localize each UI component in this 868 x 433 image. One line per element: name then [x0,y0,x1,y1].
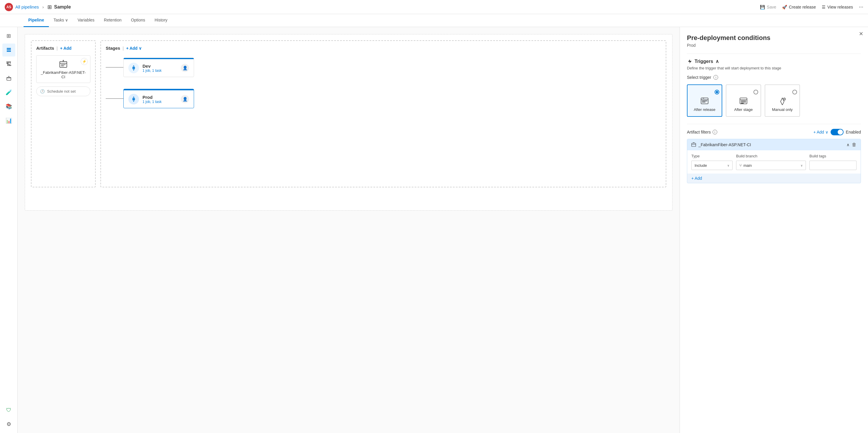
artifact-lightning-icon[interactable]: ⚡ [81,58,88,65]
stages-section: Stages | + Add ∨ [100,40,666,188]
filter-card-chevron-icon[interactable]: ∧ [846,142,849,147]
save-icon: 💾 [760,5,765,9]
tab-tasks[interactable]: Tasks ∨ [49,14,73,27]
select-trigger-row: Select trigger i [687,75,861,80]
artifact-filters-row: Artifact filters i + Add ∨ Enabled [687,129,861,135]
breadcrumb-chevron: › [42,5,44,9]
divider-1 [687,54,861,54]
sidebar-item-deployments[interactable]: 🏗 [2,58,15,71]
sidebar-item-pipelines[interactable] [2,43,15,57]
triggers-chevron-icon[interactable]: ∧ [715,59,719,64]
add-chevron-icon: ∨ [825,130,828,134]
branch-chevron-icon: ∨ [801,164,803,167]
triggers-header: Triggers ∧ [687,59,861,64]
trigger-after-stage-radio[interactable] [753,90,758,94]
type-select-box[interactable]: Include ∨ [691,161,733,170]
svg-rect-10 [702,101,707,101]
sections-row: Artifacts | + Add ⚡ _Fabrikam [31,40,666,188]
branch-icon: ⑂ [739,163,742,168]
svg-rect-0 [7,48,11,49]
stages-add-button[interactable]: + Add ∨ [126,46,142,51]
trigger-manual-only-radio[interactable] [792,90,797,94]
prod-stage-approver[interactable]: 👤 [181,95,189,103]
sidebar-item-wiki[interactable]: 📚 [2,100,15,113]
trigger-manual-only[interactable]: Manual only [765,85,800,117]
tab-variables[interactable]: Variables [73,14,99,27]
svg-rect-2 [7,51,11,52]
tab-pipeline[interactable]: Pipeline [24,14,49,27]
trigger-after-stage[interactable]: After stage [726,85,761,117]
select-trigger-info-icon[interactable]: i [713,75,718,80]
sidebar-item-security[interactable]: 🛡 [2,404,15,417]
tab-history[interactable]: History [150,14,172,27]
dev-stage-body: Dev 1 job, 1 task 👤 [124,59,194,77]
artifact-filters-info-icon[interactable]: i [713,130,717,134]
prod-stage-card[interactable]: Prod 1 job, 1 task 👤 [123,89,194,108]
dev-stage-approver[interactable]: 👤 [181,64,189,72]
filter-card-delete-button[interactable]: 🗑 [852,142,857,147]
branch-select: ⑂ main ∨ [736,161,806,170]
prod-stage-row: Prod 1 job, 1 task 👤 [106,89,194,108]
tab-retention[interactable]: Retention [99,14,126,27]
artifact-card[interactable]: ⚡ _FabrikamFiber-ASP.NET-CI [36,55,90,83]
after-release-icon [701,97,709,105]
panel-body: Pre-deployment conditions Prod Triggers … [680,27,868,194]
dev-stage-card[interactable]: Dev 1 job, 1 task 👤 [123,58,194,77]
after-release-label: After release [694,107,715,112]
stage-connector-prod [106,98,123,99]
type-select: Include ∨ [691,161,733,170]
tags-input[interactable] [809,161,857,170]
artifact-filters-toggle[interactable] [831,129,843,135]
schedule-card[interactable]: 🕐 Schedule not set [36,87,90,96]
pipeline-icon: ⊞ [48,4,52,10]
stages-label: Stages [106,45,120,51]
stages-add-chevron-icon: ∨ [139,46,142,51]
trigger-after-release-radio[interactable] [715,90,719,94]
artifacts-add-button[interactable]: + Add [60,46,71,51]
view-releases-icon: ☰ [822,5,826,9]
main-layout: ⊞ 🏗 🧪 📚 📊 🛡 ⚙ Artifacts | + Add [0,27,868,433]
sidebar-item-reports[interactable]: 📊 [2,114,15,127]
sidebar-item-overview[interactable]: ⊞ [2,29,15,42]
add-filter-row-button[interactable]: + Add [687,173,861,183]
svg-rect-15 [741,103,744,104]
sidebar-item-test-plans[interactable]: 🧪 [2,86,15,99]
triggers-desc: Define the trigger that will start deplo… [687,66,861,70]
svg-rect-14 [741,102,746,102]
divider-2 [687,124,861,124]
filter-table-header: Type Build branch Build tags [691,154,857,158]
artifact-filter-card: _FabrikamFiber-ASP.NET-CI ∧ 🗑 Type Build… [687,139,861,183]
all-pipelines-link[interactable]: All pipelines [15,4,39,9]
svg-rect-1 [7,49,11,50]
branch-value: main [743,163,752,168]
topbar: AS All pipelines › ⊞ Sample 💾 Save 🚀 Cre… [0,0,868,14]
artifact-filters-enabled-label: Enabled [846,130,861,134]
left-sidebar: ⊞ 🏗 🧪 📚 📊 🛡 ⚙ [0,27,18,433]
more-actions-button[interactable]: ··· [859,4,863,10]
pipeline-name: Sample [54,4,71,10]
tab-options[interactable]: Options [126,14,150,27]
sidebar-item-artifacts[interactable] [2,72,15,85]
sidebar-item-settings[interactable]: ⚙ [2,418,15,431]
artifacts-section: Artifacts | + Add ⚡ _Fabrikam [31,40,96,188]
save-button[interactable]: 💾 Save [760,5,776,9]
topbar-left: AS All pipelines › ⊞ Sample [5,3,760,11]
tags-input-container [809,161,857,170]
triggers-label: Triggers [694,59,713,64]
branch-select-box[interactable]: ⑂ main ∨ [736,161,806,170]
view-releases-button[interactable]: ☰ View releases [822,5,853,9]
prod-stage-meta: 1 job, 1 task [143,100,177,104]
after-stage-label: After stage [734,107,753,112]
select-trigger-label: Select trigger [687,75,711,80]
add-filter-row-label: + Add [691,176,702,180]
artifact-filters-add-button[interactable]: + Add ∨ [813,130,828,134]
svg-rect-5 [61,64,66,65]
trigger-after-release[interactable]: After release [687,85,722,117]
pipeline-canvas: Artifacts | + Add ⚡ _Fabrikam [18,27,680,433]
create-release-button[interactable]: 🚀 Create release [782,5,816,9]
panel-close-button[interactable]: ✕ [859,31,863,37]
artifact-name: _FabrikamFiber-ASP.NET-CI [40,70,87,79]
stages-content: Dev 1 job, 1 task 👤 [106,55,661,108]
view-releases-label: View releases [827,5,853,9]
svg-rect-13 [741,101,746,101]
